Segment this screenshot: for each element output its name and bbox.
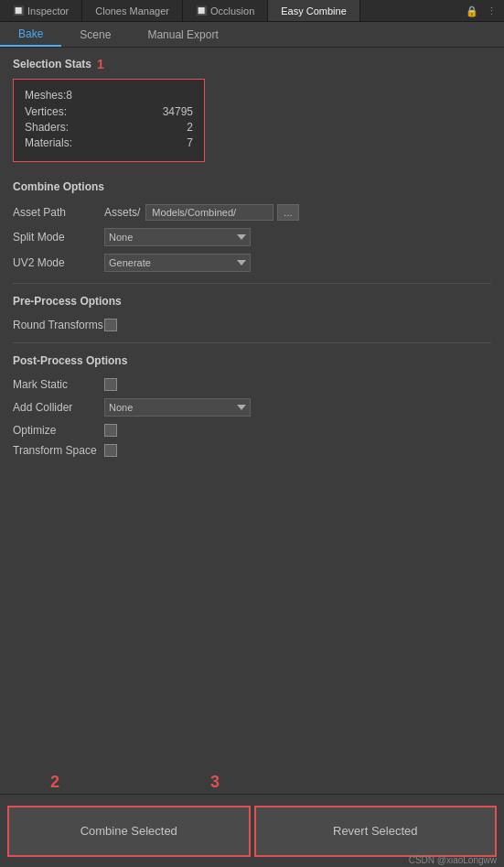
mark-static-row: Mark Static [13, 378, 491, 391]
optimize-row: Optimize [13, 424, 491, 437]
add-collider-control: None Box Mesh [104, 398, 251, 417]
lock-icon: 🔒 [466, 5, 478, 16]
transform-space-row: Transform Space [13, 444, 491, 457]
add-collider-row: Add Collider None Box Mesh [13, 398, 491, 417]
occlusion-icon: 🔲 [196, 5, 207, 16]
tab-bar: 🔲 Inspector Clones Manager 🔲 Occlusion E… [0, 0, 504, 22]
stat-vertices-value: 34795 [163, 105, 193, 118]
round-transforms-label: Round Transforms [13, 319, 104, 331]
split-mode-label: Split Mode [13, 231, 104, 244]
post-process-header: Post-Process Options [13, 354, 491, 367]
main-content: Selection Stats 1 Meshes:8 Vertices: 347… [0, 48, 504, 794]
stat-vertices-row: Vertices: 34795 [25, 105, 193, 118]
optimize-checkbox[interactable] [104, 424, 117, 437]
round-transforms-checkbox[interactable] [104, 319, 117, 331]
tab-occlusion[interactable]: 🔲 Occlusion [183, 0, 268, 21]
asset-path-row: Asset Path Assets/ ... [13, 204, 491, 221]
combine-selected-button[interactable]: Combine Selected [7, 806, 251, 857]
pre-process-header: Pre-Process Options [13, 295, 491, 308]
selection-stats-header-row: Selection Stats 1 [13, 57, 491, 71]
selection-stats-box: Meshes:8 Vertices: 34795 Shaders: 2 Mate… [13, 79, 205, 162]
add-collider-label: Add Collider [13, 401, 104, 414]
sub-tab-bake[interactable]: Bake [0, 22, 61, 47]
stat-meshes: Meshes:8 [25, 89, 193, 102]
optimize-label: Optimize [13, 424, 104, 437]
stat-materials-label: Materials: [25, 136, 98, 149]
tab-easy-combine[interactable]: Easy Combine [268, 0, 360, 21]
add-collider-select[interactable]: None Box Mesh [104, 398, 251, 417]
sub-tab-manual-export[interactable]: Manual Export [129, 22, 236, 47]
round-transforms-row: Round Transforms [13, 319, 491, 331]
transform-space-checkbox[interactable] [104, 444, 117, 457]
stat-vertices-label: Vertices: [25, 105, 98, 118]
asset-path-prefix: Assets/ [104, 206, 140, 219]
separator-2 [13, 342, 491, 343]
stat-shaders-label: Shaders: [25, 121, 98, 134]
tab-inspector[interactable]: 🔲 Inspector [0, 0, 82, 21]
stat-shaders-row: Shaders: 2 [25, 121, 193, 134]
more-icon: ⋮ [487, 5, 497, 16]
mark-static-label: Mark Static [13, 378, 104, 391]
asset-path-input[interactable] [145, 204, 273, 221]
sub-tab-bar: Bake Scene Manual Export [0, 22, 504, 48]
mark-static-checkbox[interactable] [104, 378, 117, 391]
split-mode-select[interactable]: None By Shader By Material [104, 228, 251, 246]
uv2-mode-select[interactable]: Generate Copy None [104, 254, 251, 272]
watermark: CSDN @xiaoLongww [409, 855, 497, 865]
asset-path-label: Asset Path [13, 206, 104, 219]
selection-stats-annotation: 1 [97, 57, 104, 71]
selection-stats-title: Selection Stats [13, 58, 91, 70]
stat-materials-value: 7 [187, 136, 193, 149]
split-mode-control: None By Shader By Material [104, 228, 251, 246]
uv2-mode-label: UV2 Mode [13, 256, 104, 269]
annotation-3: 3 [210, 773, 220, 792]
transform-space-label: Transform Space [13, 444, 104, 457]
asset-path-control: Assets/ ... [104, 204, 299, 221]
tab-clones-manager[interactable]: Clones Manager [82, 0, 183, 21]
annotation-2: 2 [50, 773, 59, 792]
stat-materials-row: Materials: 7 [25, 136, 193, 149]
combine-options-header: Combine Options [13, 180, 491, 193]
uv2-mode-control: Generate Copy None [104, 254, 251, 272]
asset-path-browse-button[interactable]: ... [277, 204, 298, 221]
separator-1 [13, 283, 491, 284]
sub-tab-scene[interactable]: Scene [61, 22, 129, 47]
inspector-icon: 🔲 [13, 5, 24, 16]
stat-shaders-value: 2 [187, 121, 193, 134]
split-mode-row: Split Mode None By Shader By Material [13, 228, 491, 246]
uv2-mode-row: UV2 Mode Generate Copy None [13, 254, 491, 272]
revert-selected-button[interactable]: Revert Selected [254, 806, 498, 857]
